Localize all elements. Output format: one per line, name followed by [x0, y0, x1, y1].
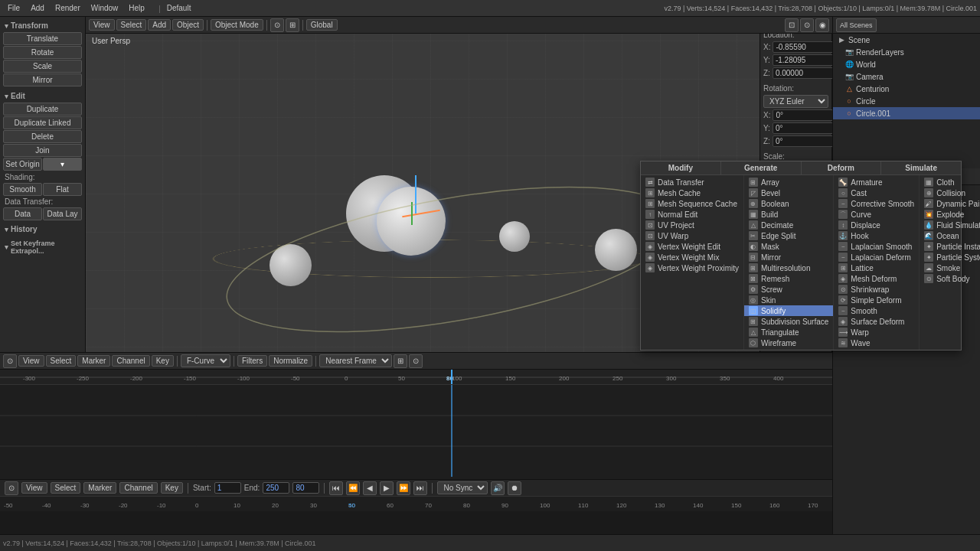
object-menu[interactable]: Object [172, 19, 204, 31]
mod-cast[interactable]: ○Cast [834, 187, 919, 198]
smooth-button[interactable]: Smooth [3, 183, 42, 196]
select-menu[interactable]: Select [116, 19, 147, 31]
flat-button[interactable]: Flat [43, 183, 82, 196]
sync-mode-select[interactable]: No Sync [437, 481, 488, 494]
step-back-icon[interactable]: ⏪ [346, 481, 360, 495]
menu-help[interactable]: Help [124, 2, 149, 14]
mod-simple-deform[interactable]: ⟳Simple Deform [834, 295, 919, 305]
mod-warp[interactable]: ⟿Warp [834, 327, 919, 337]
playback-mode-icon[interactable]: ⊙ [5, 481, 18, 495]
mod-bevel[interactable]: ◸Bevel [744, 187, 833, 198]
scale-button[interactable]: Scale [3, 60, 82, 73]
timeline-select-menu[interactable]: Select [46, 355, 77, 367]
mod-wireframe[interactable]: ⬡Wireframe [744, 337, 833, 348]
mod-wave[interactable]: ≋Wave [834, 337, 919, 348]
mod-laplacian-deform[interactable]: ~Laplacian Deform [834, 252, 919, 262]
global-select[interactable]: Global [306, 19, 338, 31]
outliner-circle001[interactable]: ○ Circle.001 [833, 107, 980, 119]
mod-shrinkwrap[interactable]: ⊙Shrinkwrap [834, 284, 919, 295]
playback-channel-menu[interactable]: Channel [119, 482, 157, 494]
mod-mesh-deform[interactable]: ◈Mesh Deform [834, 273, 919, 284]
timeline-view-menu[interactable]: View [18, 355, 44, 367]
mod-particle-instance[interactable]: ✦Particle Instance [920, 241, 980, 252]
mod-curve[interactable]: ⌒Curve [834, 209, 919, 220]
timeline-icon1[interactable]: ⊞ [394, 354, 407, 368]
translate-button[interactable]: Translate [3, 32, 82, 45]
mod-edge-split[interactable]: ✂Edge Split [744, 230, 833, 241]
jump-end-icon[interactable]: ⏭ [413, 481, 427, 495]
set-origin-dropdown[interactable]: ▾ [43, 158, 82, 171]
end-frame-input[interactable] [263, 482, 289, 494]
mod-uv-project[interactable]: ⊡UV Project [641, 220, 743, 230]
mod-vertex-weight-mix[interactable]: ◈Vertex Weight Mix [641, 252, 743, 262]
menu-file[interactable]: File [3, 2, 24, 14]
mod-solidify[interactable]: ◫Solidify [744, 305, 833, 316]
mod-ocean[interactable]: 🌊Ocean [920, 230, 980, 241]
step-forward-icon[interactable]: ⏩ [397, 481, 410, 495]
timeline-key-menu[interactable]: Key [152, 355, 174, 367]
mod-explode[interactable]: 💥Explode [920, 209, 980, 220]
mod-build[interactable]: ▦Build [744, 209, 833, 220]
outliner-scene[interactable]: ▶ Scene [833, 34, 980, 46]
mod-triangulate[interactable]: △Triangulate [744, 327, 833, 337]
mod-fluid-sim[interactable]: 💧Fluid Simulation [920, 220, 980, 230]
outliner-renderlayers[interactable]: 📷 RenderLayers [833, 46, 980, 58]
mod-boolean[interactable]: ⊕Boolean [744, 198, 833, 209]
mod-uv-warp[interactable]: ⊡UV Warp [641, 230, 743, 241]
join-button[interactable]: Join [3, 144, 82, 157]
mod-smoke[interactable]: ☁Smoke [920, 262, 980, 273]
mod-subdivision[interactable]: ⊞Subdivision Surface [744, 316, 833, 327]
mod-particle-system[interactable]: ✦Particle System [920, 252, 980, 262]
mod-normal-edit[interactable]: ↑Normal Edit [641, 209, 743, 220]
mod-soft-body[interactable]: ⊙Soft Body [920, 273, 980, 284]
outliner-camera[interactable]: 📷 Camera [833, 70, 980, 83]
duplicate-button[interactable]: Duplicate [3, 103, 82, 116]
mod-decimate[interactable]: △Decimate [744, 220, 833, 230]
mod-cloth[interactable]: ▦Cloth [920, 177, 980, 187]
timeline-content[interactable] [0, 385, 832, 477]
mod-remesh[interactable]: ⊠Remesh [744, 273, 833, 284]
frame-mode-select[interactable]: Nearest Frame [319, 354, 392, 367]
timeline-mode-icon[interactable]: ⊙ [3, 354, 17, 368]
menu-window[interactable]: Window [87, 2, 123, 14]
mod-collision[interactable]: ⊕Collision [920, 187, 980, 198]
mod-armature[interactable]: 🦴Armature [834, 177, 919, 187]
pivot-icon[interactable]: ⊙ [270, 18, 284, 32]
mod-smooth[interactable]: ~Smooth [834, 305, 919, 316]
normalize-button[interactable]: Normalize [269, 355, 312, 367]
current-frame-input[interactable] [292, 482, 319, 494]
layout-select[interactable]: Default [162, 2, 196, 14]
wireframe-icon[interactable]: ⊡ [785, 18, 799, 32]
play-forward-icon[interactable]: ▶ [380, 481, 394, 495]
mod-dynamic-paint[interactable]: 🖌Dynamic Paint [920, 198, 980, 209]
audio-icon[interactable]: 🔊 [491, 481, 505, 495]
mod-displace[interactable]: ↕Displace [834, 220, 919, 230]
mod-mesh-seq-cache[interactable]: ⊞Mesh Sequence Cache [641, 198, 743, 209]
play-back-icon[interactable]: ◀ [363, 481, 377, 495]
mod-screw[interactable]: ⚙Screw [744, 284, 833, 295]
all-scenes-icon[interactable]: All Scenes [836, 18, 877, 32]
mod-array[interactable]: ⊞Array [744, 177, 833, 187]
mod-mirror[interactable]: ⊟Mirror [744, 252, 833, 262]
rendered-icon[interactable]: ◉ [815, 18, 829, 32]
timeline-icon2[interactable]: ⊙ [409, 354, 423, 368]
mod-multires[interactable]: ⊞Multiresolution [744, 262, 833, 273]
add-menu[interactable]: Add [148, 19, 171, 31]
keyframe-section-header[interactable]: Set Keyframe Extrapol... [2, 238, 83, 256]
data-lay-button[interactable]: Data Lay [43, 207, 82, 220]
mod-mask[interactable]: ◐Mask [744, 241, 833, 252]
edit-section-header[interactable]: Edit [2, 90, 83, 102]
delete-button[interactable]: Delete [3, 130, 82, 143]
timeline-channel-menu[interactable]: Channel [112, 355, 149, 367]
view-menu[interactable]: View [89, 19, 115, 31]
playback-key-menu[interactable]: Key [161, 482, 183, 494]
playback-select-menu[interactable]: Select [51, 482, 81, 494]
mod-data-transfer[interactable]: ⇄Data Transfer [641, 177, 743, 187]
filters-button[interactable]: Filters [237, 355, 267, 367]
jump-start-icon[interactable]: ⏮ [329, 481, 343, 495]
history-section-header[interactable]: History [2, 223, 83, 235]
rotation-mode-select[interactable]: XYZ Euler [763, 95, 828, 108]
timeline-marker-menu[interactable]: Marker [77, 355, 110, 367]
menu-render[interactable]: Render [51, 2, 85, 14]
transform-section-header[interactable]: Transform [2, 20, 83, 31]
